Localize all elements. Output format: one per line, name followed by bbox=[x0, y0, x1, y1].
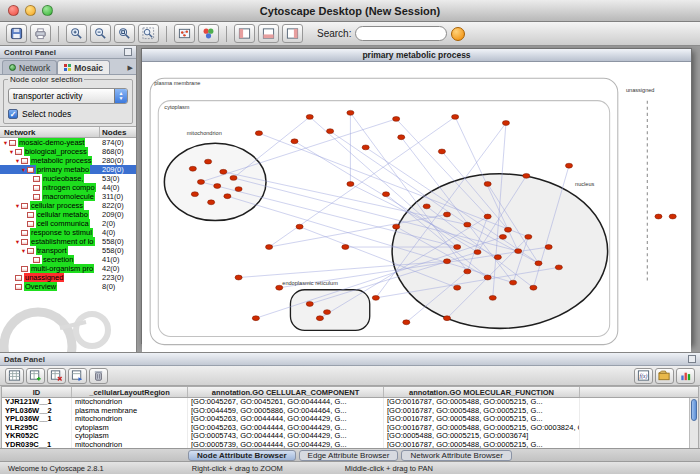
tree-row[interactable]: unassigned223(0) bbox=[0, 273, 136, 282]
expand-arrow-icon[interactable]: ▼ bbox=[14, 158, 21, 164]
tree-row-count: 558(0) bbox=[101, 237, 136, 246]
expand-arrow-icon[interactable]: ▼ bbox=[14, 203, 21, 209]
tree-node-icon bbox=[33, 185, 40, 191]
expand-arrow-icon[interactable]: ▼ bbox=[8, 149, 15, 155]
tree-row[interactable]: ▼cellular process822(0) bbox=[0, 201, 136, 210]
table-cell: [GO:0005743, GO:0044444, GO:0044429, G..… bbox=[188, 432, 384, 441]
tree-row-label: cell communica bbox=[36, 219, 90, 228]
tree-row[interactable]: ▼metabolic process280(0) bbox=[0, 156, 136, 165]
tree-row-count: 874(0) bbox=[101, 138, 136, 147]
trash-icon[interactable] bbox=[89, 368, 108, 384]
tree-row[interactable]: cell communica2(0) bbox=[0, 219, 136, 228]
tree-row[interactable]: nucleobase,53(0) bbox=[0, 174, 136, 183]
formula-icon[interactable]: f(x) bbox=[634, 368, 653, 384]
tree-row[interactable]: multi-organism pro42(0) bbox=[0, 264, 136, 273]
table-row[interactable]: YKR052Ccytoplasm[GO:0005743, GO:0044444,… bbox=[2, 432, 698, 441]
zoom-selected-icon[interactable] bbox=[114, 24, 135, 43]
column-header[interactable]: ID bbox=[2, 387, 72, 397]
tree-header-network[interactable]: Network bbox=[0, 127, 100, 137]
tree-row-count: 4(0) bbox=[101, 228, 136, 237]
tree-header-nodes[interactable]: Nodes bbox=[100, 127, 136, 137]
tree-row[interactable]: cellular metabo209(0) bbox=[0, 210, 136, 219]
search-go-icon[interactable] bbox=[451, 27, 465, 41]
tree-row[interactable]: response to stimul4(0) bbox=[0, 228, 136, 237]
panel-east-icon[interactable] bbox=[282, 24, 303, 43]
attr-select-icon[interactable] bbox=[5, 368, 24, 384]
zoom-window-button[interactable] bbox=[42, 5, 53, 16]
tab-network[interactable]: Network bbox=[2, 60, 57, 74]
tree-row-count: 44(0) bbox=[101, 183, 136, 192]
select-nodes-checkbox[interactable]: ✓ bbox=[8, 109, 18, 119]
status-pan-hint: Middle-click + drag to PAN bbox=[345, 464, 433, 473]
control-panel-header: Control Panel bbox=[0, 46, 136, 59]
table-row[interactable]: YPL036W__2plasma membrane[GO:0044459, GO… bbox=[2, 407, 698, 416]
attr-match-icon[interactable] bbox=[68, 368, 87, 384]
tree-row[interactable]: macromolecule311(0) bbox=[0, 192, 136, 201]
tree-row[interactable]: ▼establishment of lo558(0) bbox=[0, 237, 136, 246]
float-panel-button[interactable] bbox=[124, 48, 132, 56]
tree-row-label: biological_process bbox=[24, 147, 88, 156]
chart-icon[interactable] bbox=[676, 368, 695, 384]
panel-south-icon[interactable] bbox=[258, 24, 279, 43]
zoom-fit-icon[interactable] bbox=[138, 24, 159, 43]
tab-node-attribute-browser[interactable]: Node Attribute Browser bbox=[188, 450, 296, 461]
zoom-out-icon[interactable] bbox=[90, 24, 111, 43]
vizmapper-icon[interactable] bbox=[198, 24, 219, 43]
node-color-dropdown[interactable]: transporter activity ▲▼ bbox=[8, 88, 128, 104]
overview-icon[interactable] bbox=[174, 24, 195, 43]
tree-row[interactable]: ▼transport558(0) bbox=[0, 246, 136, 255]
attr-create-icon[interactable] bbox=[26, 368, 45, 384]
tree-row-count: 42(0) bbox=[101, 264, 136, 273]
expand-arrow-icon[interactable]: ▼ bbox=[2, 140, 9, 146]
status-welcome: Welcome to Cytoscape 2.8.1 bbox=[8, 464, 104, 473]
expand-arrow-icon[interactable]: ▼ bbox=[20, 167, 27, 173]
attr-delete-icon[interactable] bbox=[47, 368, 66, 384]
network-view-title[interactable]: primary metabolic process bbox=[142, 49, 691, 62]
minimize-window-button[interactable] bbox=[25, 5, 36, 16]
main-area: Control Panel Network Mosaic ▶ Node colo… bbox=[0, 46, 700, 352]
tree-row[interactable]: secretion41(0) bbox=[0, 255, 136, 264]
tree-row[interactable]: ▼mosaic-demo-yeast874(0) bbox=[0, 138, 136, 147]
tab-edge-attribute-browser[interactable]: Edge Attribute Browser bbox=[299, 450, 399, 461]
expand-arrow-icon[interactable]: ▼ bbox=[14, 239, 21, 245]
column-header[interactable]: annotation.GO CELLULAR_COMPONENT bbox=[188, 387, 384, 397]
save-icon[interactable] bbox=[6, 24, 27, 43]
table-scrollbar-thumb[interactable] bbox=[691, 399, 697, 421]
tree-row[interactable]: ▼primary metabo209(0) bbox=[0, 165, 136, 174]
column-header[interactable]: _cellularLayoutRegion bbox=[72, 387, 188, 397]
table-scrollbar[interactable] bbox=[689, 398, 698, 448]
tree-row-count: 2(0) bbox=[101, 219, 136, 228]
tree-row-count: 53(0) bbox=[101, 174, 136, 183]
close-window-button[interactable] bbox=[8, 5, 19, 16]
open-folder-icon[interactable] bbox=[655, 368, 674, 384]
table-row[interactable]: YPL036W__1mitochondrion[GO:0045263, GO:0… bbox=[2, 415, 698, 424]
tree-row[interactable]: ▼biological_process868(0) bbox=[0, 147, 136, 156]
table-row[interactable]: YJR121W__1mitochondrion[GO:0045267, GO:0… bbox=[2, 398, 698, 407]
tab-mosaic[interactable]: Mosaic bbox=[57, 60, 110, 74]
tab-network-attribute-browser[interactable]: Network Attribute Browser bbox=[401, 450, 511, 461]
window-titlebar[interactable]: Cytoscape Desktop (New Session) bbox=[0, 0, 700, 22]
tree-node-icon bbox=[27, 167, 34, 173]
network-tree: ▼mosaic-demo-yeast874(0)▼biological_proc… bbox=[0, 138, 136, 352]
zoom-in-icon[interactable] bbox=[66, 24, 87, 43]
table-row[interactable]: YDR039C__1mitochondrion[GO:0005739, GO:0… bbox=[2, 441, 698, 449]
network-canvas[interactable]: plasma membranecytoplasmmitochondrionnuc… bbox=[142, 62, 691, 352]
tree-node-icon bbox=[21, 158, 28, 164]
table-row[interactable]: YLR295Ccytoplasm[GO:0045263, GO:0044444,… bbox=[2, 424, 698, 433]
panel-west-icon[interactable] bbox=[234, 24, 255, 43]
tree-row[interactable]: nitrogen compo44(0) bbox=[0, 183, 136, 192]
tree-row[interactable]: Overview8(0) bbox=[0, 282, 136, 291]
tree-row-count: 868(0) bbox=[101, 147, 136, 156]
search-input[interactable] bbox=[355, 26, 447, 41]
print-icon[interactable] bbox=[30, 24, 51, 43]
tab-overflow-arrow[interactable]: ▶ bbox=[128, 64, 136, 74]
tree-node-icon bbox=[27, 248, 34, 254]
tree-row-label: response to stimul bbox=[30, 228, 93, 237]
tree-row-count: 822(0) bbox=[101, 201, 136, 210]
tree-node-icon bbox=[15, 149, 22, 155]
float-data-panel-button[interactable] bbox=[688, 355, 696, 363]
network-canvas-svg[interactable]: plasma membranecytoplasmmitochondrionnuc… bbox=[142, 62, 691, 352]
expand-arrow-icon[interactable]: ▼ bbox=[20, 248, 27, 254]
svg-text:nucleus: nucleus bbox=[575, 181, 594, 187]
column-header[interactable]: annotation.GO MOLECULAR_FUNCTION bbox=[384, 387, 580, 397]
